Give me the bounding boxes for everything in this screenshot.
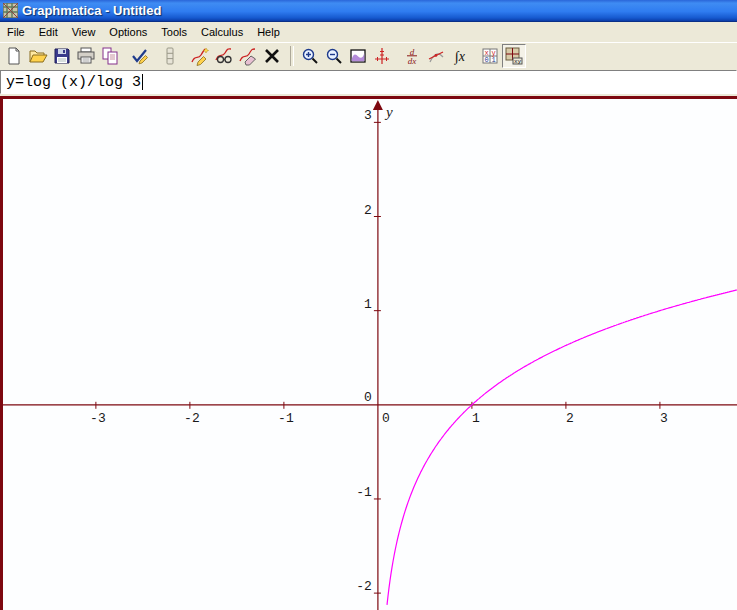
- new-file-icon: [4, 46, 24, 66]
- y-tick-label: 1: [364, 297, 372, 312]
- y-tick-label: 3: [364, 108, 372, 123]
- svg-text:d: d: [410, 47, 415, 57]
- x-tick-label: 0: [382, 411, 390, 426]
- window-title: Graphmatica - Untitled: [22, 3, 161, 18]
- y-axis-label: y: [384, 104, 393, 120]
- print-button[interactable]: [74, 44, 98, 68]
- y-tick-label: 2: [364, 203, 372, 218]
- redraw-queue-button[interactable]: [158, 44, 182, 68]
- delete-x-icon: [262, 46, 282, 66]
- y-axis-arrow: [373, 100, 383, 110]
- graph-paper-icon: xy: [504, 46, 524, 66]
- equation-text: y=log (x)/log 3: [6, 74, 141, 91]
- x-tick-label: -1: [278, 411, 294, 426]
- copy-icon: [100, 46, 120, 66]
- toolbar-separator: [290, 46, 294, 66]
- find-derivative-button[interactable]: d dx: [400, 44, 424, 68]
- save-file-button[interactable]: [50, 44, 74, 68]
- annotate-graph-button[interactable]: [212, 44, 236, 68]
- open-file-button[interactable]: [26, 44, 50, 68]
- text-caret: [142, 74, 143, 90]
- open-folder-icon: [28, 46, 48, 66]
- curve-pencil-star-icon: [190, 46, 210, 66]
- x-tick-label: 3: [660, 411, 668, 426]
- menu-bar: File Edit View Options Tools Calculus He…: [0, 22, 737, 42]
- y-tick-label: -1: [356, 485, 372, 500]
- menu-calculus[interactable]: Calculus: [194, 24, 250, 40]
- menu-options[interactable]: Options: [102, 24, 154, 40]
- point-table-icon: x y 0 1: [480, 46, 500, 66]
- integrate-button[interactable]: ∫x: [448, 44, 472, 68]
- zoom-out-button[interactable]: [322, 44, 346, 68]
- menu-file[interactable]: File: [0, 24, 32, 40]
- grid-range-button[interactable]: [346, 44, 370, 68]
- save-floppy-icon: [52, 46, 72, 66]
- svg-text:∫x: ∫x: [454, 49, 466, 65]
- zoom-out-icon: [324, 46, 344, 66]
- integral-icon: ∫x: [450, 46, 470, 66]
- checkmark-pencil-icon: [130, 46, 150, 66]
- zoom-in-button[interactable]: [298, 44, 322, 68]
- copy-graphs-button[interactable]: [98, 44, 122, 68]
- x-tick-label: -2: [184, 411, 200, 426]
- x-tick-label: -3: [90, 411, 106, 426]
- graph-left-border: [0, 96, 3, 610]
- delete-graph-button[interactable]: [260, 44, 284, 68]
- tangent-line-icon: [426, 46, 446, 66]
- svg-text:xy: xy: [514, 58, 522, 65]
- queue-bar-icon: [160, 46, 180, 66]
- app-icon: [3, 3, 18, 18]
- plot-canvas: y-3-2-10123-2-10123: [0, 96, 737, 610]
- default-grid-button[interactable]: [370, 44, 394, 68]
- point-tables-button[interactable]: x y 0 1: [478, 44, 502, 68]
- grid-range-icon: [348, 46, 368, 66]
- y-tick-label: 0: [364, 390, 372, 405]
- function-curve: [387, 290, 737, 605]
- hide-graph-button[interactable]: [236, 44, 260, 68]
- equation-input[interactable]: y=log (x)/log 3: [0, 70, 737, 94]
- graph-paper-button[interactable]: xy: [502, 44, 526, 68]
- x-tick-label: 1: [472, 411, 480, 426]
- new-file-button[interactable]: [2, 44, 26, 68]
- derivative-icon: d dx: [402, 46, 422, 66]
- equation-input-row: y=log (x)/log 3: [0, 69, 737, 96]
- curve-eraser-icon: [238, 46, 258, 66]
- printer-icon: [76, 46, 96, 66]
- graphmatica-window: Graphmatica - Untitled File Edit View Op…: [0, 0, 737, 610]
- draw-tangent-button[interactable]: [424, 44, 448, 68]
- x-tick-label: 2: [566, 411, 574, 426]
- svg-text:dx: dx: [408, 56, 417, 66]
- title-bar[interactable]: Graphmatica - Untitled: [0, 0, 737, 22]
- menu-view[interactable]: View: [65, 24, 103, 40]
- toolbar: d dx ∫x x y 0 1: [0, 42, 737, 69]
- curve-glasses-icon: [214, 46, 234, 66]
- axes-cross-icon: [372, 46, 392, 66]
- menu-help[interactable]: Help: [250, 24, 287, 40]
- draw-graph-button[interactable]: [188, 44, 212, 68]
- graph-area[interactable]: y-3-2-10123-2-10123: [0, 96, 737, 610]
- svg-text:0: 0: [484, 56, 488, 64]
- redraw-all-button[interactable]: [128, 44, 152, 68]
- y-tick-label: -2: [356, 579, 372, 594]
- zoom-in-icon: [300, 46, 320, 66]
- svg-text:1: 1: [491, 56, 495, 64]
- graph-top-border: [0, 96, 737, 99]
- menu-edit[interactable]: Edit: [32, 24, 65, 40]
- menu-tools[interactable]: Tools: [154, 24, 194, 40]
